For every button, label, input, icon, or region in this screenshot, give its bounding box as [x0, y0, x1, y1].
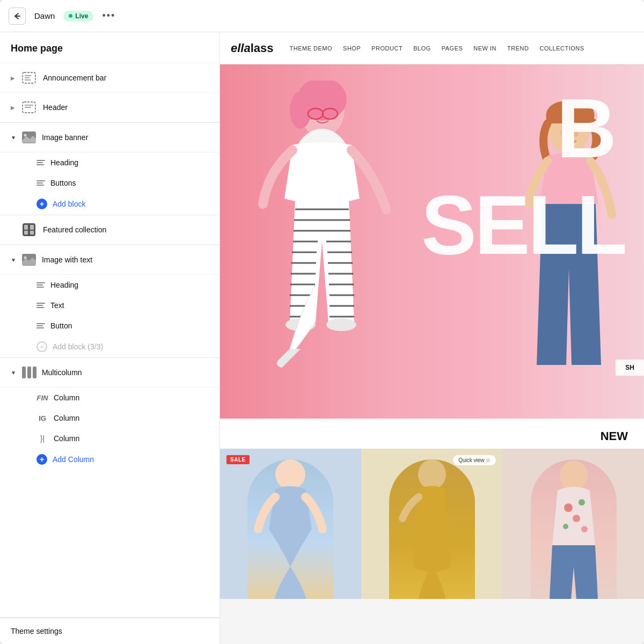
svg-point-10 [24, 134, 26, 137]
sidebar-subitem-col3[interactable]: }| Column [0, 428, 219, 449]
sidebar-subitem-col1-label: Column [54, 393, 79, 402]
ig-icon: IG [36, 414, 48, 422]
add-block-disabled-button: + Add block (3/3) [0, 336, 219, 357]
svg-rect-13 [30, 225, 34, 230]
person-left-silhouette [236, 80, 408, 419]
lines-icon-heading [36, 160, 45, 165]
image-with-text-icon [21, 252, 36, 267]
sidebar-item-featured-collection[interactable]: ▶ Featured collection [0, 215, 219, 245]
svg-rect-12 [24, 225, 28, 230]
nav-link-trend[interactable]: TREND [507, 45, 529, 52]
sidebar-subitem-col1[interactable]: FIN Column [0, 387, 219, 408]
sidebar-subitem-text[interactable]: Text [0, 295, 219, 316]
svg-rect-14 [24, 231, 28, 235]
svg-point-37 [564, 503, 573, 512]
hero-shop-button[interactable]: SH [616, 360, 644, 376]
sidebar-subitem-heading[interactable]: Heading [0, 152, 219, 173]
image-banner-icon [21, 130, 36, 145]
back-button[interactable] [9, 8, 26, 25]
sidebar-item-multicolumn-label: Multicolumn [42, 368, 82, 377]
nav-link-theme-demo[interactable]: THEME DEMO [290, 45, 333, 52]
add-column-icon: + [36, 454, 47, 465]
sidebar-header: Home page [0, 32, 219, 63]
lines-icon-button [36, 323, 45, 328]
main-area: Home page ▶ Announcement bar ▶ Header [0, 32, 644, 644]
sidebar-subitem-col2-label: Column [54, 414, 79, 422]
sidebar-item-image-with-text[interactable]: ▼ Image with text [0, 245, 219, 275]
live-badge: Live [63, 11, 93, 21]
sidebar-item-image-banner-label: Image banner [42, 133, 88, 142]
product-card-3[interactable] [503, 449, 644, 599]
theme-settings-item[interactable]: Theme settings [0, 618, 219, 644]
store-navbar: ellalass THEME DEMO SHOP PRODUCT BLOG PA… [220, 32, 644, 64]
products-section: NEW SALE [220, 419, 644, 599]
product-card-2[interactable]: Quick view ☆ [361, 449, 503, 599]
svg-point-23 [290, 91, 311, 129]
app-frame: Dawn Live ••• Home page ▶ Announcement b… [0, 0, 644, 644]
sidebar-spacer [0, 470, 219, 617]
nav-link-product[interactable]: PRODUCT [371, 45, 402, 52]
sidebar-subitem-text-label: Text [50, 301, 64, 310]
sidebar-subitem-heading2[interactable]: Heading [0, 275, 219, 295]
hero-banner: B SELL SH [220, 64, 644, 419]
svg-rect-20 [33, 367, 36, 378]
svg-rect-19 [27, 367, 31, 378]
nav-link-new-in[interactable]: NEW IN [473, 45, 496, 52]
product-figure-1 [247, 459, 333, 599]
add-block-label: Add block [53, 200, 85, 208]
sidebar-item-image-text-label: Image with text [42, 255, 92, 264]
expand-chevron-image-text: ▼ [11, 257, 16, 263]
add-block-icon: + [36, 199, 47, 209]
more-button[interactable]: ••• [102, 10, 115, 21]
new-in-label: NEW [220, 419, 644, 449]
nav-link-pages[interactable]: PAGES [442, 45, 463, 52]
store-name: Dawn [34, 11, 55, 20]
sidebar-item-header-label: Header [43, 103, 68, 112]
header-icon [21, 100, 36, 115]
nav-link-shop[interactable]: SHOP [343, 45, 361, 52]
nav-link-blog[interactable]: BLOG [413, 45, 431, 52]
sidebar-subitem-heading2-label: Heading [50, 281, 78, 289]
sidebar-subitem-col3-label: Column [54, 434, 79, 443]
sidebar: Home page ▶ Announcement bar ▶ Header [0, 32, 220, 644]
lines-icon-buttons [36, 180, 45, 186]
sidebar-item-header[interactable]: ▶ Header [0, 93, 219, 122]
svg-point-29 [326, 318, 356, 331]
svg-rect-15 [30, 231, 34, 235]
sidebar-item-multicolumn[interactable]: ▼ Multicolumn [0, 358, 219, 387]
svg-point-41 [581, 526, 588, 532]
live-dot [69, 14, 72, 18]
sidebar-item-image-banner[interactable]: ▼ Image banner [0, 123, 219, 152]
sidebar-subitem-button[interactable]: Button [0, 316, 219, 336]
hero-text-b: B [557, 91, 614, 166]
fin-icon: FIN [36, 394, 48, 402]
hero-text-sell: SELL [421, 188, 625, 263]
sidebar-subitem-buttons-label: Buttons [50, 179, 76, 187]
announcement-icon [21, 70, 36, 85]
add-column-label: Add Column [53, 455, 94, 464]
sidebar-item-announcement[interactable]: ▶ Announcement bar [0, 63, 219, 93]
add-block-button[interactable]: + Add block [0, 193, 219, 215]
product-card-1[interactable]: SALE [220, 449, 361, 599]
sidebar-subitem-button-label: Button [50, 321, 72, 330]
svg-point-35 [418, 459, 446, 489]
sidebar-item-announcement-label: Announcement bar [43, 74, 106, 82]
svg-point-40 [563, 524, 568, 529]
svg-rect-18 [22, 367, 26, 378]
preview-area: ellalass THEME DEMO SHOP PRODUCT BLOG PA… [220, 32, 644, 644]
products-row: SALE [220, 449, 644, 599]
sidebar-subitem-col2[interactable]: IG Column [0, 408, 219, 428]
sidebar-subitem-buttons[interactable]: Buttons [0, 173, 219, 193]
svg-point-39 [573, 515, 580, 522]
expand-chevron-header: ▶ [11, 105, 15, 111]
live-label: Live [75, 12, 88, 20]
nav-link-collections[interactable]: COLLECTIONS [539, 45, 584, 52]
expand-chevron-announcement: ▶ [11, 75, 15, 81]
store-logo: ellalass [231, 41, 274, 55]
bracket-icon: }| [36, 434, 48, 443]
sidebar-subitem-heading-label: Heading [50, 158, 78, 167]
lines-icon-heading2 [36, 282, 45, 288]
add-block-disabled-icon: + [36, 341, 47, 352]
expand-chevron-image-banner: ▼ [11, 135, 16, 141]
add-column-button[interactable]: + Add Column [0, 449, 219, 470]
